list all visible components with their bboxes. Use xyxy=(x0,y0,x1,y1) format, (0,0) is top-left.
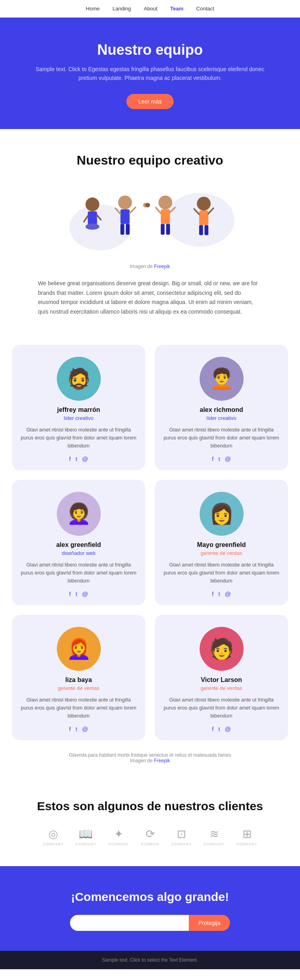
svg-rect-15 xyxy=(161,224,165,235)
instagram-icon[interactable]: @ xyxy=(82,590,88,597)
facebook-icon[interactable]: f xyxy=(212,455,214,462)
clients-section: Estos son algunos de nuestros clientes ◎… xyxy=(0,775,300,866)
team-card: 👩 Mayo greenfield gerente de ventas Glav… xyxy=(155,480,288,605)
nav-item-home[interactable]: Home xyxy=(86,6,100,12)
nav-item-about[interactable]: About xyxy=(144,6,158,12)
client-logo: ⊡ COMPANY xyxy=(171,827,192,846)
social-icons: f t @ xyxy=(20,590,137,597)
client-logo: ⊞ COMPANY xyxy=(236,827,257,846)
member-description: Glavi amet ritnisl libero molestie ante … xyxy=(20,696,137,720)
instagram-icon[interactable]: @ xyxy=(82,455,88,462)
logo-label: COMPANY xyxy=(76,842,96,846)
member-role: diseñador web xyxy=(20,550,137,556)
facebook-icon[interactable]: f xyxy=(212,726,214,732)
team-footer-link[interactable]: Freepik xyxy=(154,758,170,763)
logo-icon: ⊞ xyxy=(242,827,252,841)
facebook-icon[interactable]: f xyxy=(69,590,71,597)
team-card: 👩‍🦰 liza baya gerente de ventas Glavi am… xyxy=(12,615,145,740)
cta-input[interactable] xyxy=(70,915,189,931)
logo-icon: 📖 xyxy=(79,827,93,841)
avatar-image: 👩 xyxy=(200,492,244,536)
member-name: alex greenfield xyxy=(20,541,137,549)
avatar-image: 👩‍🦰 xyxy=(57,627,101,671)
avatar: 👩 xyxy=(200,492,244,536)
team-card: 🧔 jeffrey marrón líder creativo Glavi am… xyxy=(12,345,145,470)
team-title: Nuestro equipo creativo xyxy=(16,153,284,168)
twitter-icon[interactable]: t xyxy=(218,455,220,462)
navbar: HomeLandingAboutTeamContact xyxy=(0,0,300,18)
member-description: Glavi amet ritnisl libero molestie ante … xyxy=(163,561,280,585)
avatar: 🧔 xyxy=(57,357,101,401)
svg-rect-14 xyxy=(161,209,170,224)
instagram-icon[interactable]: @ xyxy=(82,726,88,732)
nav-item-contact[interactable]: Contact xyxy=(196,6,214,12)
footer: Sample text. Click to select the Text El… xyxy=(0,951,300,969)
svg-line-12 xyxy=(130,207,135,213)
avatar: 🧑 xyxy=(200,627,244,671)
avatar-image: 🧑 xyxy=(200,627,244,671)
social-icons: f t @ xyxy=(163,590,280,597)
svg-rect-20 xyxy=(199,211,208,225)
nav-item-team[interactable]: Team xyxy=(170,6,184,12)
logo-icon: ✦ xyxy=(114,827,123,841)
avatar: 👩‍🦱 xyxy=(57,492,101,536)
team-description: We believe great organisations deserve g… xyxy=(38,279,262,317)
member-description: Glavi amet ritnisl libero molestie ante … xyxy=(163,426,280,450)
illustration-link[interactable]: Freepik xyxy=(154,264,170,269)
member-role: líder creativo xyxy=(20,415,137,421)
logo-label: COMPANY xyxy=(204,842,224,846)
avatar: 🧑‍🦱 xyxy=(200,357,244,401)
logo-label: COMPANY xyxy=(43,842,64,846)
cta-button[interactable]: Protegija xyxy=(189,915,230,931)
logo-icon: ◎ xyxy=(48,827,58,841)
logo-label: COMPANY xyxy=(108,842,129,846)
team-grid: 🧔 jeffrey marrón líder creativo Glavi am… xyxy=(0,345,300,748)
member-description: Glavi amet ritnisl libero molestie ante … xyxy=(20,561,137,585)
nav-item-landing[interactable]: Landing xyxy=(112,6,131,12)
svg-point-7 xyxy=(118,195,132,209)
svg-rect-3 xyxy=(88,211,97,225)
logo-icon: ⊡ xyxy=(177,827,186,841)
twitter-icon[interactable]: t xyxy=(76,455,77,462)
social-icons: f t @ xyxy=(163,726,280,732)
facebook-icon[interactable]: f xyxy=(212,590,214,597)
client-logo: ≋ COMPANY xyxy=(204,827,224,846)
svg-point-19 xyxy=(197,197,211,211)
member-name: jeffrey marrón xyxy=(20,406,137,413)
svg-rect-10 xyxy=(126,224,130,235)
cta-form: Protegija xyxy=(70,915,230,931)
team-section: Nuestro equipo creativo xyxy=(0,129,300,345)
twitter-icon[interactable]: t xyxy=(76,726,77,732)
svg-rect-9 xyxy=(120,224,124,235)
svg-point-4 xyxy=(86,223,100,229)
member-description: Glavi amet ritnisl libero molestie ante … xyxy=(163,696,280,720)
facebook-icon[interactable]: f xyxy=(69,455,71,462)
twitter-icon[interactable]: t xyxy=(218,726,220,732)
hero-button[interactable]: Leer más xyxy=(126,94,174,109)
svg-point-2 xyxy=(86,197,100,211)
svg-rect-16 xyxy=(166,224,170,235)
twitter-icon[interactable]: t xyxy=(218,590,220,597)
member-description: Glavi amet ritnisl libero molestie ante … xyxy=(20,426,137,450)
logo-label: COMPANY xyxy=(171,842,192,846)
svg-point-13 xyxy=(158,195,172,209)
instagram-icon[interactable]: @ xyxy=(225,590,231,597)
avatar: 👩‍🦰 xyxy=(57,627,101,671)
social-icons: f t @ xyxy=(20,455,137,462)
facebook-icon[interactable]: f xyxy=(69,726,71,732)
avatar-image: 🧔 xyxy=(57,357,101,401)
hero-title: Nuestro equipo xyxy=(32,42,268,58)
member-role: gerente de ventas xyxy=(20,685,137,691)
instagram-icon[interactable]: @ xyxy=(225,455,231,462)
cta-title: ¡Comencemos algo grande! xyxy=(16,890,284,904)
svg-line-17 xyxy=(156,207,160,213)
logo-icon: ⟳ xyxy=(146,827,155,841)
twitter-icon[interactable]: t xyxy=(76,590,77,597)
hero-section: Nuestro equipo Sample text. Click to Ege… xyxy=(0,18,300,129)
member-role: gerente de ventas xyxy=(163,685,280,691)
instagram-icon[interactable]: @ xyxy=(225,726,231,732)
client-logo: ⟳ COMPAN xyxy=(141,827,159,846)
team-illustration xyxy=(54,180,246,260)
team-card: 🧑 Victor Larson gerente de ventas Glavi … xyxy=(155,615,288,740)
footer-text: Sample text. Click to select the Text El… xyxy=(6,957,294,963)
